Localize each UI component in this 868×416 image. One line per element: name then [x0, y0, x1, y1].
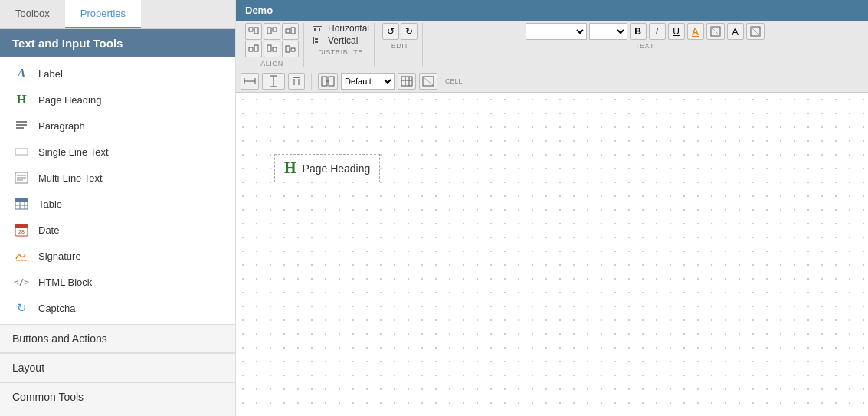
text-label: TEXT	[635, 42, 654, 50]
svg-rect-49	[329, 77, 334, 86]
svg-rect-17	[249, 28, 253, 31]
cell-label: CELL	[445, 77, 463, 85]
text-highlight-btn2[interactable]	[746, 23, 765, 40]
tool-item-multi-line[interactable]: Multi-Line Text	[0, 165, 235, 191]
align-bottom-right-btn[interactable]	[282, 41, 299, 57]
paragraph-icon	[12, 118, 31, 133]
tab-toolbox[interactable]: Toolbox	[0, 0, 65, 28]
align-label: ALIGN	[260, 60, 283, 67]
tool-item-single-line[interactable]: Single Line Text	[0, 139, 235, 165]
svg-rect-25	[267, 45, 271, 51]
svg-rect-23	[249, 47, 253, 51]
svg-rect-24	[254, 45, 258, 51]
text-top-align-btn[interactable]	[288, 73, 305, 90]
align-bottom-left-btn[interactable]	[245, 41, 262, 57]
section-layout[interactable]: Layout	[0, 353, 235, 382]
toolbar-separator	[311, 73, 312, 90]
tool-name-multi-line: Multi-Line Text	[38, 172, 103, 184]
svg-rect-34	[315, 41, 318, 43]
tool-name-single-line: Single Line Text	[38, 146, 109, 158]
tab-properties[interactable]: Properties	[65, 0, 141, 28]
signature-icon	[12, 248, 31, 264]
cell-width-btn[interactable]	[241, 73, 259, 90]
svg-rect-26	[273, 47, 277, 51]
cell-grid-btn[interactable]	[398, 73, 416, 90]
tool-item-table[interactable]: Table	[0, 191, 235, 217]
text-color-btn2[interactable]: A	[727, 23, 744, 40]
distribute-label: DISTRIBUTE	[318, 48, 363, 56]
distribute-group: Horizontal Vertical DISTRIBUTE	[307, 23, 375, 67]
left-panel: Toolbox Properties Text and Input Tools …	[0, 0, 236, 416]
svg-rect-30	[314, 28, 316, 31]
table-icon	[12, 196, 31, 211]
tool-item-html-block[interactable]: </> HTML Block	[0, 269, 235, 295]
section-text-input[interactable]: Text and Input Tools	[0, 29, 235, 57]
distribute-vertical-label: Vertical	[328, 35, 358, 46]
cell-merge-btn[interactable]	[318, 73, 338, 90]
section-common-tools[interactable]: Common Tools	[0, 382, 235, 411]
bold-btn[interactable]: B	[630, 23, 647, 40]
canvas-heading-icon: H	[284, 159, 296, 177]
cell-border-btn[interactable]	[419, 73, 437, 90]
svg-rect-33	[315, 38, 318, 40]
cell-height-btn[interactable]	[262, 73, 285, 90]
canvas-heading-text: Page Heading	[303, 162, 371, 175]
edit-label: EDIT	[391, 42, 409, 50]
text-group: B I U A A TEXT	[426, 23, 863, 67]
font-family-select[interactable]	[526, 23, 587, 40]
align-top-left-btn[interactable]	[245, 23, 262, 40]
tool-item-signature[interactable]: Signature	[0, 243, 235, 269]
svg-rect-29	[313, 26, 322, 27]
italic-btn[interactable]: I	[649, 23, 666, 40]
right-panel: Demo	[236, 0, 868, 416]
canvas-page-heading[interactable]: H Page Heading	[274, 154, 380, 182]
distribute-content: Horizontal Vertical	[312, 23, 369, 46]
tool-item-date[interactable]: 28 Date	[0, 217, 235, 243]
section-buttons-actions[interactable]: Buttons and Actions	[0, 324, 235, 353]
cell-default-select[interactable]: Default	[341, 73, 395, 90]
underline-btn[interactable]: U	[668, 23, 685, 40]
svg-text:28: 28	[18, 229, 25, 234]
svg-rect-27	[286, 46, 290, 52]
tool-name-captcha: Captcha	[38, 303, 75, 314]
align-top-center-btn[interactable]	[264, 23, 280, 40]
redo-btn[interactable]: ↻	[401, 23, 418, 40]
svg-line-38	[751, 27, 760, 36]
svg-rect-21	[286, 29, 290, 33]
tool-item-label[interactable]: A Label	[0, 61, 235, 87]
align-top-right-btn[interactable]	[282, 23, 299, 40]
tool-list-text-input: A Label H Page Heading Paragra	[0, 57, 235, 324]
text-color-btn[interactable]: A	[687, 23, 704, 40]
tool-name-signature: Signature	[38, 251, 81, 262]
label-icon: A	[12, 66, 31, 81]
align-bottom-center-btn[interactable]	[264, 41, 280, 57]
html-block-icon: </>	[12, 274, 31, 290]
tool-item-page-heading[interactable]: H Page Heading	[0, 87, 235, 113]
tool-item-paragraph[interactable]: Paragraph	[0, 113, 235, 139]
svg-rect-9	[15, 198, 28, 202]
tool-name-label: Label	[38, 68, 63, 80]
canvas-area[interactable]: H Page Heading	[236, 93, 868, 416]
svg-rect-32	[313, 37, 314, 44]
undo-btn[interactable]: ↺	[382, 23, 399, 40]
svg-rect-18	[254, 28, 258, 34]
tool-name-date: Date	[38, 224, 59, 236]
align-buttons-row2	[245, 41, 299, 57]
align-buttons-row1	[245, 23, 299, 40]
edit-group: ↺ ↻ EDIT	[378, 23, 423, 67]
captcha-icon: ↻	[12, 300, 31, 316]
single-line-icon	[12, 144, 31, 159]
svg-rect-19	[267, 28, 271, 34]
tool-item-captcha[interactable]: ↻ Captcha	[0, 295, 235, 321]
svg-rect-51	[401, 77, 412, 86]
toolbar-full: ALIGN Horizontal Vertical	[236, 21, 868, 93]
toolbar-top: ALIGN Horizontal Vertical	[236, 21, 868, 70]
page-heading-icon: H	[12, 92, 31, 107]
toolbar-bottom: Default CELL	[236, 70, 868, 92]
svg-rect-28	[291, 48, 295, 51]
distribute-horizontal-label: Horizontal	[328, 23, 369, 34]
text-highlight-btn[interactable]	[706, 23, 725, 40]
font-size-select[interactable]	[589, 23, 627, 40]
svg-rect-22	[291, 28, 295, 34]
svg-line-36	[711, 27, 720, 36]
